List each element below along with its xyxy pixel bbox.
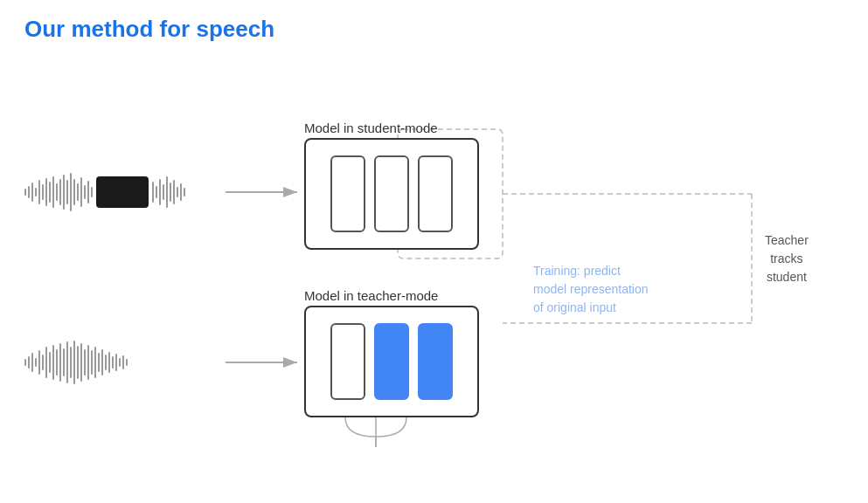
student-col-2: [374, 155, 409, 232]
teacher-tracks-label: Teacher tracks student: [765, 231, 809, 286]
student-col-1: [330, 155, 365, 232]
student-waveform-left: [24, 173, 93, 211]
student-model-label: Model in student-mode: [304, 121, 438, 135]
student-waveform-container: [24, 162, 226, 223]
student-model-box: [304, 138, 479, 250]
training-text: Training: predict model representation o…: [533, 262, 649, 317]
page-title: Our method for speech: [24, 16, 274, 43]
student-mask-rect: [96, 176, 149, 208]
teacher-model-label: Model in teacher-mode: [304, 288, 438, 303]
teacher-col-1: [330, 323, 365, 400]
teacher-waveform: [24, 341, 128, 384]
teacher-col-2: [374, 323, 409, 400]
student-col-3: [418, 155, 453, 232]
teacher-model-box: [304, 306, 479, 417]
teacher-waveform-container: [24, 332, 226, 393]
teacher-col-3: [418, 323, 453, 400]
student-waveform-right: [152, 176, 185, 208]
